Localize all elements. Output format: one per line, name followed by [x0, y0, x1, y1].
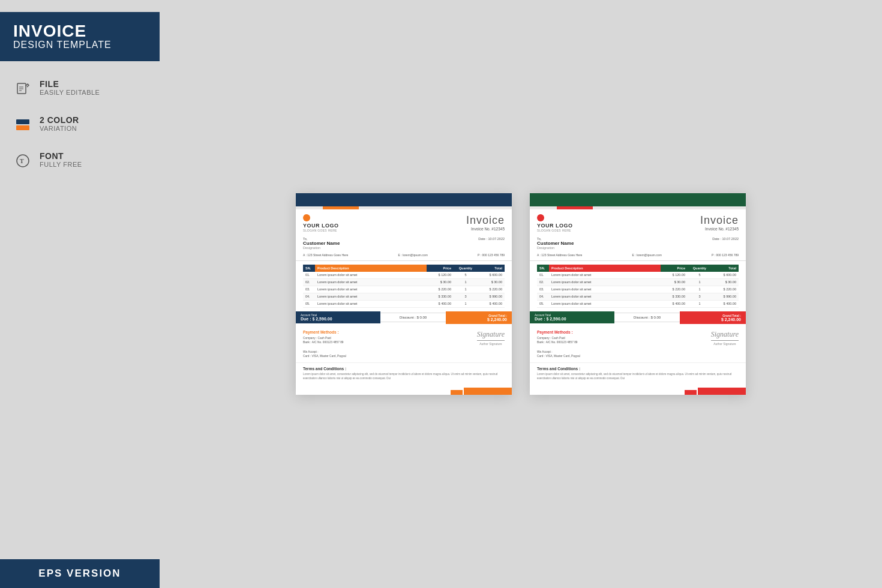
- table-row: 04. Lorem ipsum dolor sit amet $ 330.00 …: [303, 293, 505, 300]
- green-grand-value: $ 2,240.00: [685, 317, 741, 322]
- blue-email-label: E :: [398, 253, 402, 257]
- blue-signature-block: Signature Author Signature: [477, 330, 505, 346]
- blue-bottom-right: [464, 388, 512, 395]
- green-title-block: Invoice Invoice No. #12345: [700, 214, 739, 231]
- blue-table-body: 01. Lorem ipsum dolor sit amet $ 120.00 …: [303, 272, 505, 308]
- sidebar-title-block: INVOICE DESIGN TEMPLATE: [0, 12, 160, 61]
- blue-invoice-number: Invoice No. #12345: [466, 227, 505, 231]
- invoice-green: YOUR LOGO SLOGAN GOES HERE Invoice Invoi…: [530, 193, 746, 395]
- blue-payment-title: Payment Methods :: [303, 330, 346, 334]
- blue-company-value: Cash Paid: [318, 337, 331, 340]
- blue-we-accept: We Accept :: [303, 350, 319, 353]
- green-we-accept: We Accept :: [537, 350, 553, 353]
- cell-price: $ 30.00: [661, 278, 688, 286]
- blue-date-label: Date :: [478, 237, 487, 241]
- cell-desc: Lorem ipsum dolor sit amet: [549, 300, 661, 307]
- blue-phone: P : 000 123 456 789: [478, 253, 505, 257]
- sidebar: INVOICE DESIGN TEMPLATE FILE EASILY EDIT…: [0, 0, 160, 588]
- cell-sn: 01.: [303, 272, 315, 279]
- blue-card-label: Card :: [303, 355, 311, 358]
- cell-qty: 5: [688, 272, 712, 279]
- blue-date-value: 10.07.2022: [488, 237, 505, 241]
- blue-table-header: SN. Product Description Price Quantity T…: [303, 265, 505, 272]
- feature-file-text: FILE EASILY EDITABLE: [40, 79, 100, 96]
- blue-phone-label: P :: [478, 253, 481, 257]
- blue-card-value: VISA, Master Card, Paypal: [311, 355, 346, 358]
- blue-bank-label: Bank :: [303, 341, 311, 344]
- green-date-block: Date : 10.07.2022: [712, 237, 739, 241]
- green-address-label: A :: [537, 253, 541, 257]
- feature-color: 2 COLOR VARIATION: [13, 115, 146, 134]
- green-email: E : lorem@ipsum.com: [632, 253, 662, 257]
- green-due-amount: Due : $ 2,590.00: [535, 317, 610, 321]
- green-terms: Terms and Conditions : Lorem ipsum dolor…: [530, 362, 746, 385]
- green-accent-bar: [530, 206, 746, 209]
- cell-qty: 1: [454, 278, 478, 286]
- green-date-label: Date :: [712, 237, 721, 241]
- feature-font-label: FONT: [40, 151, 82, 161]
- green-company-label: Company :: [537, 337, 551, 340]
- cell-desc: Lorem ipsum dolor sit amet: [549, 293, 661, 300]
- sidebar-eps-label: EPS VERSION: [0, 559, 160, 588]
- blue-date: Date : 10.07.2022: [478, 237, 505, 241]
- blue-date-block: Date : 10.07.2022: [478, 237, 505, 241]
- green-billing-row: To, Customer Name Designation Date : 10.…: [530, 235, 746, 252]
- blue-th-total: Total: [478, 265, 505, 272]
- green-th-total: Total: [712, 265, 739, 272]
- cell-desc: Lorem ipsum dolor sit amet: [549, 278, 661, 286]
- green-signature-block: Signature Author Signature: [711, 330, 739, 346]
- blue-logo-text: YOUR LOGO: [303, 223, 339, 229]
- feature-font-sub: FULLY FREE: [40, 161, 82, 168]
- cell-qty: 1: [454, 300, 478, 307]
- blue-address-value: 123 Street Address Goes Here: [307, 253, 348, 257]
- blue-discount: Discount : $ 0.00: [380, 313, 446, 322]
- cell-total: $ 990.00: [478, 293, 505, 300]
- sidebar-features: FILE EASILY EDITABLE 2 COLOR VARIATION: [0, 79, 160, 170]
- cell-qty: 1: [688, 300, 712, 307]
- blue-sig-text: Signature: [477, 330, 505, 339]
- green-company-value: Cash Paid: [552, 337, 565, 340]
- cell-price: $ 220.00: [661, 286, 688, 293]
- blue-address-row: A : 123 Street Address Goes Here E : lor…: [296, 252, 512, 261]
- blue-phone-value: 000 123 456 789: [482, 253, 505, 257]
- green-invoice-title: Invoice: [700, 214, 739, 227]
- blue-top-row: YOUR LOGO SLOGAN GOES HERE Invoice Invoi…: [296, 209, 512, 235]
- green-terms-title: Terms and Conditions :: [537, 367, 739, 371]
- feature-font-text: FONT FULLY FREE: [40, 151, 82, 168]
- feature-font: T FONT FULLY FREE: [13, 151, 146, 170]
- sidebar-invoice-label: INVOICE: [13, 23, 146, 40]
- blue-designation: Designation: [303, 246, 340, 250]
- edit-icon: [13, 79, 32, 98]
- blue-payment: Payment Methods : Company : Cash Paid Ba…: [296, 326, 512, 362]
- cell-price: $ 400.00: [661, 300, 688, 307]
- table-row: 02. Lorem ipsum dolor sit amet $ 30.00 1…: [303, 278, 505, 286]
- feature-file-sub: EASILY EDITABLE: [40, 89, 100, 96]
- cell-sn: 02.: [537, 278, 549, 286]
- blue-terms: Terms and Conditions : Lorem ipsum dolor…: [296, 362, 512, 385]
- cell-total: $ 400.00: [712, 300, 739, 307]
- green-table-header: SN. Product Description Price Quantity T…: [537, 265, 739, 272]
- green-date-value: 10.07.2022: [722, 237, 739, 241]
- cell-qty: 3: [454, 293, 478, 300]
- green-address-value: 123 Street Address Goes Here: [541, 253, 582, 257]
- green-phone-value: 000 123 456 789: [716, 253, 739, 257]
- cell-price: $ 400.00: [427, 300, 454, 307]
- green-sig-label: Author Signature: [711, 342, 739, 346]
- blue-terms-text: Lorem ipsum dolor sit amet, consectetur …: [303, 373, 505, 381]
- green-card-value: VISA, Master Card, Paypal: [545, 355, 580, 358]
- blue-header-band: [296, 193, 512, 206]
- blue-logo-slogan: SLOGAN GOES HERE: [303, 229, 339, 232]
- cell-sn: 04.: [537, 293, 549, 300]
- blue-sig-line: Author Signature: [477, 340, 505, 346]
- cell-price: $ 120.00: [661, 272, 688, 279]
- green-designation: Designation: [537, 246, 574, 250]
- blue-due: Account Total Due : $ 2,590.00: [296, 311, 380, 323]
- cell-sn: 02.: [303, 278, 315, 286]
- green-th-qty: Quantity: [688, 265, 712, 272]
- blue-email: E : lorem@ipsum.com: [398, 253, 428, 257]
- cell-sn: 03.: [303, 286, 315, 293]
- cell-total: $ 400.00: [478, 300, 505, 307]
- green-totals-bar: Account Total Due : $ 2,590.00 Discount …: [530, 311, 746, 324]
- feature-color-sub: VARIATION: [40, 125, 79, 132]
- blue-billing-row: To, Customer Name Designation Date : 10.…: [296, 235, 512, 252]
